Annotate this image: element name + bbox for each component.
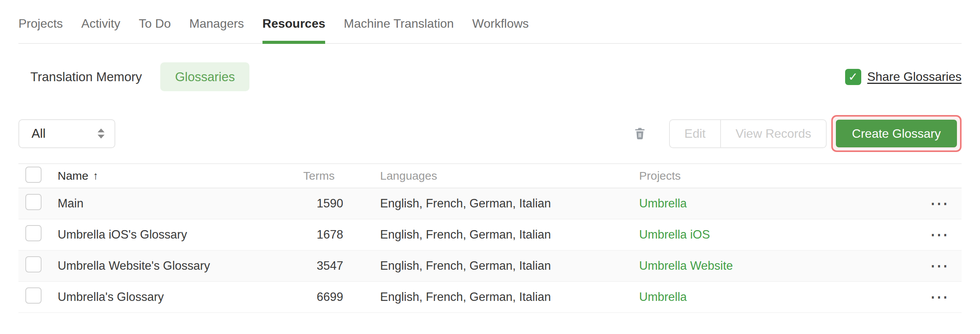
glossary-languages: English, French, German, Italian [380, 259, 639, 273]
project-link[interactable]: Umbrella [639, 290, 687, 304]
column-header-languages[interactable]: Languages [380, 169, 639, 182]
glossary-terms-count: 3547 [303, 259, 380, 273]
glossaries-table: Name ↑ Terms Languages Projects Main 159… [18, 164, 962, 313]
row-checkbox[interactable] [25, 194, 42, 210]
table-row: Umbrella Website's Glossary 3547 English… [18, 250, 962, 282]
row-menu-icon[interactable]: ⋯ [930, 287, 949, 307]
create-glossary-button[interactable]: Create Glossary [836, 120, 957, 147]
project-link[interactable]: Umbrella Website [639, 259, 733, 272]
tab-resources[interactable]: Resources [262, 17, 326, 43]
column-header-projects[interactable]: Projects [639, 169, 917, 182]
tab-to-do[interactable]: To Do [139, 17, 171, 43]
glossary-terms-count: 1590 [303, 197, 380, 210]
glossary-languages: English, French, German, Italian [380, 197, 639, 210]
share-glossaries-label: Share Glossaries [867, 70, 962, 84]
delete-glossary-button[interactable] [633, 126, 647, 141]
select-stepper-icon [98, 129, 105, 139]
subnav-tabs: Translation MemoryGlossaries [30, 62, 249, 91]
filter-selected-value: All [32, 126, 46, 141]
resources-page: ProjectsActivityTo DoManagersResourcesMa… [0, 0, 980, 313]
project-link[interactable]: Umbrella [639, 197, 687, 210]
tab-activity[interactable]: Activity [81, 17, 120, 43]
trash-icon [633, 126, 647, 141]
edit-view-button-group: Edit View Records [669, 119, 827, 148]
glossary-languages: English, French, German, Italian [380, 228, 639, 242]
share-glossaries-checkbox[interactable]: ✓ [845, 69, 861, 85]
toolbar-actions: Edit View Records Create Glossary [633, 115, 962, 152]
row-menu-icon[interactable]: ⋯ [930, 256, 949, 276]
tab-machine-translation[interactable]: Machine Translation [344, 17, 453, 43]
table-row: Umbrella iOS's Glossary 1678 English, Fr… [18, 219, 962, 250]
row-checkbox[interactable] [25, 287, 42, 304]
subtab-glossaries[interactable]: Glossaries [160, 62, 249, 91]
row-checkbox[interactable] [25, 225, 42, 241]
glossary-table-body: Main 1590 English, French, German, Itali… [18, 188, 962, 313]
subtab-translation-memory[interactable]: Translation Memory [30, 70, 142, 84]
glossaries-toolbar: All Edit View Records Create Glossary [18, 115, 962, 152]
edit-button[interactable]: Edit [669, 119, 720, 148]
select-all-checkbox[interactable] [25, 167, 42, 183]
row-menu-icon[interactable]: ⋯ [930, 224, 949, 245]
primary-tabs: ProjectsActivityTo DoManagersResourcesMa… [18, 0, 962, 44]
project-link[interactable]: Umbrella iOS [639, 228, 710, 241]
annotation-highlight-box: Create Glossary [831, 115, 962, 152]
row-checkbox[interactable] [25, 256, 42, 272]
glossary-languages: English, French, German, Italian [380, 290, 639, 304]
row-menu-icon[interactable]: ⋯ [930, 193, 949, 214]
glossary-name: Umbrella iOS's Glossary [58, 228, 303, 242]
glossary-name: Main [58, 197, 303, 210]
tab-projects[interactable]: Projects [18, 17, 63, 43]
glossary-filter-select[interactable]: All [18, 119, 115, 148]
glossary-name: Umbrella's Glossary [58, 290, 303, 304]
glossary-terms-count: 1678 [303, 228, 380, 242]
check-icon: ✓ [848, 71, 858, 83]
tab-workflows[interactable]: Workflows [472, 17, 529, 43]
glossary-terms-count: 6699 [303, 290, 380, 304]
table-header-row: Name ↑ Terms Languages Projects [18, 164, 962, 188]
column-header-name[interactable]: Name ↑ [58, 169, 303, 182]
tab-managers[interactable]: Managers [189, 17, 244, 43]
resources-subnav: Translation MemoryGlossaries ✓ Share Glo… [18, 62, 962, 91]
column-header-terms[interactable]: Terms [303, 169, 380, 182]
table-row: Umbrella's Glossary 6699 English, French… [18, 282, 962, 313]
sort-asc-icon: ↑ [93, 170, 98, 182]
glossary-name: Umbrella Website's Glossary [58, 259, 303, 273]
share-glossaries-toggle[interactable]: ✓ Share Glossaries [845, 69, 962, 85]
table-row: Main 1590 English, French, German, Itali… [18, 188, 962, 219]
view-records-button[interactable]: View Records [720, 119, 827, 148]
